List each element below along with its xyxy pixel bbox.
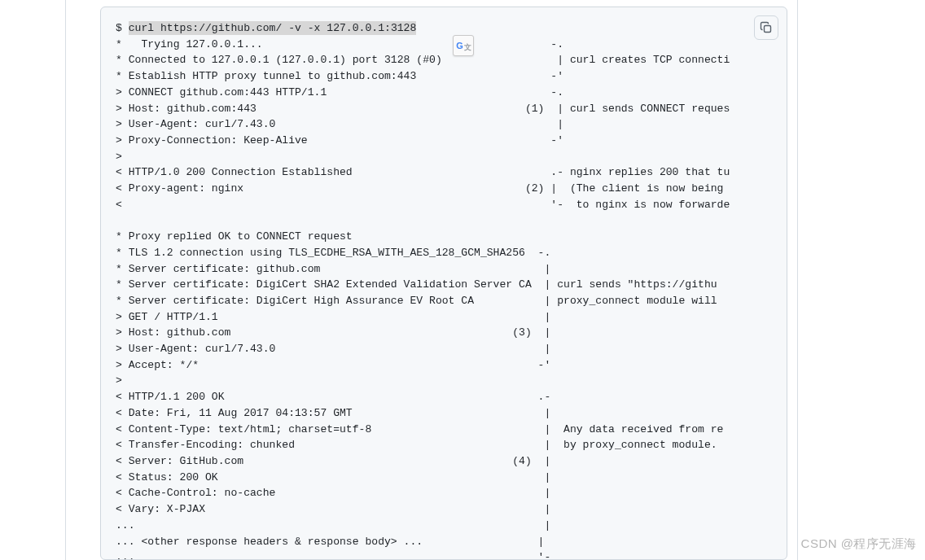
copy-icon <box>760 21 773 34</box>
svg-rect-0 <box>765 26 771 33</box>
translate-g: G <box>456 41 463 50</box>
translate-sub: 文 <box>464 42 471 53</box>
copy-button[interactable] <box>754 15 778 40</box>
code-body: * Trying 127.0.0.1... -. * Connected to … <box>116 38 730 560</box>
command-highlight: curl https://github.com/ -v -x 127.0.0.1… <box>129 21 417 35</box>
article-container: $ curl https://github.com/ -v -x 127.0.0… <box>65 0 798 560</box>
terminal-output: $ curl https://github.com/ -v -x 127.0.0… <box>116 20 772 560</box>
prompt-symbol: $ <box>116 22 129 34</box>
code-block: $ curl https://github.com/ -v -x 127.0.0… <box>100 7 787 560</box>
watermark: CSDN @程序无涯海 <box>801 536 917 552</box>
google-translate-badge[interactable]: G文 <box>453 35 474 56</box>
